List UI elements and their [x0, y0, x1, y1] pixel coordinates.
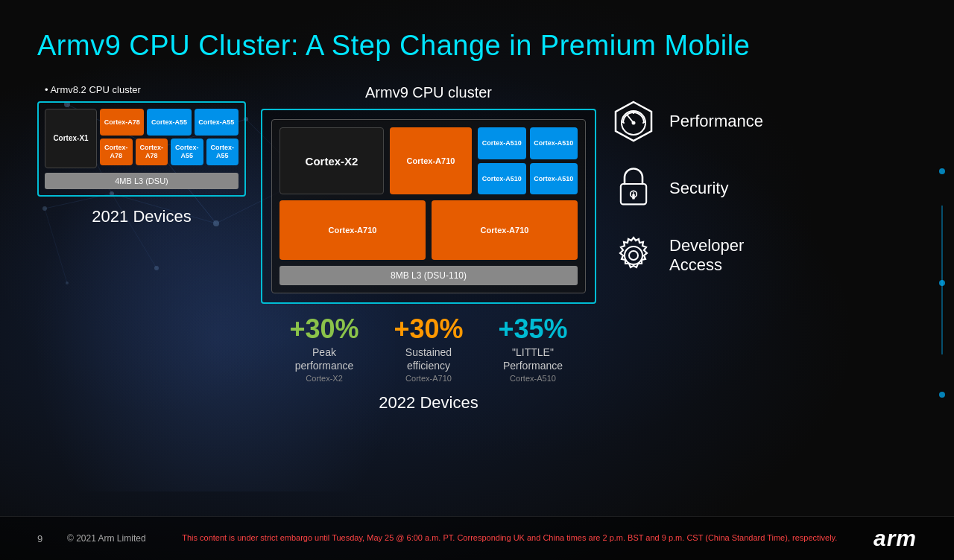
sidebar-security: I Security	[611, 166, 783, 211]
stat-subtitle-0: Cortex-X2	[276, 374, 373, 383]
developer-access-label: DeveloperAccess	[669, 236, 744, 275]
cortex-a55-2-cell: Cortex-A55	[195, 109, 238, 136]
cortex-a510-3-cell: Cortex-A510	[478, 163, 526, 195]
cortex-x1-cell: Cortex-X1	[45, 109, 97, 168]
content-row: Armv8.2 CPU cluster Cortex-X1 Cortex-A78	[37, 84, 917, 413]
armv9-inner: Cortex-X2 Cortex-A710 Cortex-A510 Cortex…	[271, 119, 586, 293]
cortex-a510-2-cell: Cortex-A510	[530, 127, 578, 159]
a710-pair: Cortex-A710 Cortex-A710	[279, 200, 578, 260]
performance-icon-container	[611, 99, 656, 144]
cortex-a55-4-cell: Cortex-A55	[206, 139, 239, 165]
svg-point-31	[629, 251, 638, 260]
speedometer-icon	[611, 99, 656, 144]
footer-page-number: 9	[37, 533, 52, 544]
svg-text:I: I	[633, 191, 634, 198]
left-devices-label: 2021 Devices	[37, 207, 246, 226]
right-devices-label: 2022 Devices	[261, 393, 596, 413]
center-cluster: Armv9 CPU cluster Cortex-X2 Cortex-A710	[261, 84, 596, 413]
stats-row: +30% Peakperformance Cortex-X2 +30% Sust…	[261, 316, 596, 383]
footer: 9 © 2021 Arm Limited This content is und…	[0, 516, 954, 560]
developer-access-icon-container	[611, 233, 656, 278]
left-cluster-label: Armv8.2 CPU cluster	[45, 84, 246, 95]
right-sidebar: Performance I	[611, 84, 783, 278]
cortex-a710-br-cell: Cortex-A710	[432, 200, 578, 260]
stat-percent-2: +35%	[484, 316, 581, 343]
stat-peak-performance: +30% Peakperformance Cortex-X2	[276, 316, 373, 383]
stat-desc-2: "LITTLE"Performance	[484, 346, 581, 372]
cortex-a78-2-cell: Cortex-A78	[100, 139, 133, 165]
footer-copyright: © 2021 Arm Limited	[67, 533, 146, 544]
cortex-a710-top-cell: Cortex-A710	[390, 127, 472, 194]
a510-group-top: Cortex-A510 Cortex-A510 Cortex-A510 Cort…	[478, 127, 578, 194]
security-icon-container: I	[611, 166, 656, 211]
stat-little-performance: +35% "LITTLE"Performance Cortex-A510	[484, 316, 581, 383]
security-label: Security	[669, 179, 728, 198]
stat-desc-1: Sustainedefficiency	[380, 346, 477, 372]
gear-icon	[611, 233, 656, 278]
stat-percent-1: +30%	[380, 316, 477, 343]
sidebar-developer-access: DeveloperAccess	[611, 233, 783, 278]
armv9-l3-bar: 8MB L3 (DSU-110)	[279, 266, 578, 285]
cortex-a78-3-cell: Cortex-A78	[136, 139, 168, 165]
lock-icon: I	[613, 166, 654, 211]
cortex-x2-cell: Cortex-X2	[279, 127, 384, 194]
stat-subtitle-2: Cortex-A510	[484, 374, 581, 383]
left-cluster: Armv8.2 CPU cluster Cortex-X1 Cortex-A78	[37, 84, 246, 226]
v8-outer-box: Cortex-X1 Cortex-A78 Cortex-A55 Cortex-A…	[37, 101, 246, 197]
cortex-a55-3-cell: Cortex-A55	[171, 139, 203, 165]
footer-arm-logo: arm	[874, 526, 917, 551]
armv9-outer: Cortex-X2 Cortex-A710 Cortex-A510 Cortex…	[261, 109, 596, 304]
performance-label: Performance	[669, 112, 763, 131]
armv9-row-1: Cortex-X2 Cortex-A710 Cortex-A510 Cortex…	[279, 127, 578, 194]
cortex-a510-4-cell: Cortex-A510	[530, 163, 578, 195]
v8-l3-bar: 4MB L3 (DSU)	[45, 173, 238, 189]
stat-subtitle-1: Cortex-A710	[380, 374, 477, 383]
svg-point-30	[625, 246, 642, 264]
cortex-a510-1-cell: Cortex-A510	[478, 127, 526, 159]
svg-point-22	[632, 121, 636, 125]
cortex-a78-1-cell: Cortex-A78	[100, 109, 144, 136]
sidebar-performance: Performance	[611, 99, 783, 144]
stat-sustained-efficiency: +30% Sustainedefficiency Cortex-A710	[380, 316, 477, 383]
stat-desc-0: Peakperformance	[276, 346, 373, 372]
cortex-a710-bl-cell: Cortex-A710	[279, 200, 426, 260]
main-content: Armv9 CPU Cluster: A Step Change in Prem…	[0, 0, 954, 413]
footer-embargo: This content is under strict embargo unt…	[161, 532, 859, 544]
stat-percent-0: +30%	[276, 316, 373, 343]
page-title: Armv9 CPU Cluster: A Step Change in Prem…	[37, 30, 917, 62]
armv9-title: Armv9 CPU cluster	[261, 84, 596, 101]
cortex-a55-1-cell: Cortex-A55	[147, 109, 191, 136]
armv9-row-2: Cortex-A710 Cortex-A710	[279, 200, 578, 260]
